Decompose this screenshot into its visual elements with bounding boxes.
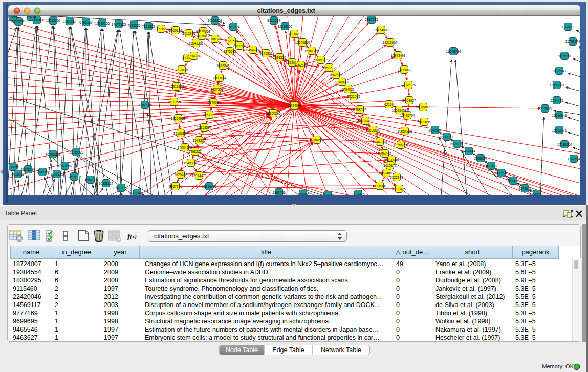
svg-text:15716485: 15716485: [202, 185, 217, 188]
svg-text:3827552: 3827552: [210, 87, 224, 91]
svg-text:13495794: 13495794: [400, 114, 415, 117]
svg-text:15692971: 15692971: [552, 128, 567, 132]
svg-text:9684067: 9684067: [378, 152, 391, 156]
svg-text:2718126: 2718126: [175, 68, 188, 72]
svg-text:1292346: 1292346: [321, 193, 334, 195]
svg-text:8471626: 8471626: [495, 171, 508, 175]
svg-text:1733426: 1733426: [352, 192, 365, 195]
svg-text:1558212: 1558212: [322, 66, 336, 70]
svg-text:8454749: 8454749: [246, 48, 259, 52]
svg-text:1615172: 1615172: [383, 164, 397, 167]
svg-text:1588520: 1588520: [273, 56, 286, 59]
svg-text:8938923: 8938923: [440, 135, 453, 139]
svg-text:19166827: 19166827: [173, 132, 188, 135]
svg-text:19756928: 19756928: [394, 143, 408, 147]
svg-text:2087682: 2087682: [365, 18, 378, 21]
svg-text:10033809: 10033809: [208, 19, 223, 23]
svg-text:7357224: 7357224: [227, 25, 240, 29]
svg-text:16914479: 16914479: [192, 174, 207, 178]
svg-text:11568297: 11568297: [21, 168, 36, 171]
svg-text:17016504: 17016504: [557, 143, 572, 146]
svg-text:19524851: 19524851: [379, 171, 394, 175]
svg-text:9699695: 9699695: [418, 120, 431, 124]
svg-text:7955812: 7955812: [314, 58, 328, 62]
svg-text:117008: 117008: [208, 101, 219, 104]
svg-text:6734021: 6734021: [341, 87, 355, 91]
svg-text:10975857: 10975857: [58, 164, 73, 168]
svg-text:3267110: 3267110: [203, 113, 216, 117]
svg-text:12923468: 12923468: [130, 191, 145, 195]
svg-text:18300295: 18300295: [266, 112, 281, 115]
svg-text:2867608: 2867608: [233, 44, 246, 48]
svg-text:9115460: 9115460: [417, 105, 430, 109]
svg-text:7515526: 7515526: [127, 24, 141, 27]
svg-text:62160: 62160: [384, 103, 394, 106]
svg-text:7485063: 7485063: [398, 68, 411, 72]
svg-text:10654112: 10654112: [506, 179, 521, 183]
svg-text:6466160: 6466160: [79, 20, 93, 24]
svg-text:1527602: 1527602: [63, 19, 76, 23]
svg-text:2522174: 2522174: [390, 176, 403, 179]
svg-text:14671355: 14671355: [112, 23, 126, 26]
svg-text:9327503: 9327503: [195, 34, 209, 38]
svg-text:1621072: 1621072: [347, 95, 360, 98]
svg-text:1892456: 1892456: [272, 191, 286, 194]
svg-text:3915911: 3915911: [12, 172, 25, 176]
svg-text:10958117: 10958117: [99, 182, 114, 185]
svg-text:3875685: 3875685: [223, 50, 236, 53]
svg-text:1135001: 1135001: [8, 165, 19, 169]
svg-text:1167534: 1167534: [568, 157, 580, 161]
svg-text:14136141: 14136141: [373, 184, 387, 188]
svg-text:16543382: 16543382: [189, 41, 204, 45]
svg-text:9245602: 9245602: [530, 192, 543, 195]
svg-text:16154808: 16154808: [374, 28, 389, 32]
svg-text:16961755: 16961755: [304, 49, 319, 53]
svg-text:3578332: 3578332: [192, 139, 206, 142]
svg-text:17957225: 17957225: [83, 178, 98, 182]
svg-text:9146821: 9146821: [259, 52, 273, 55]
svg-text:15720407: 15720407: [358, 119, 373, 123]
svg-text:16210643: 16210643: [552, 114, 567, 117]
svg-text:7163822: 7163822: [155, 27, 168, 31]
svg-text:5498222: 5498222: [188, 150, 202, 154]
svg-text:1640954: 1640954: [428, 128, 442, 132]
svg-text:1244415: 1244415: [550, 99, 563, 102]
svg-text:12093873: 12093873: [550, 83, 564, 87]
svg-text:1733426: 1733426: [393, 187, 406, 191]
svg-text:12213392: 12213392: [169, 85, 184, 89]
svg-text:16120746: 16120746: [384, 158, 399, 162]
svg-text:9240443: 9240443: [335, 80, 349, 84]
svg-text:12505135: 12505135: [67, 175, 82, 179]
svg-text:17004678: 17004678: [178, 146, 192, 149]
svg-text:7151552: 7151552: [142, 25, 155, 28]
svg-text:7625402: 7625402: [174, 173, 187, 177]
svg-text:9474444: 9474444: [462, 149, 475, 153]
svg-text:10719155: 10719155: [95, 21, 110, 25]
svg-text:8660124: 8660124: [169, 29, 182, 32]
svg-text:9242848: 9242848: [216, 64, 230, 68]
svg-text:9699605: 9699605: [296, 192, 310, 195]
svg-text:209114: 209114: [25, 16, 36, 19]
svg-text:10653267: 10653267: [46, 19, 61, 23]
svg-text:12375115: 12375115: [401, 83, 416, 87]
svg-text:16409948: 16409948: [184, 161, 199, 165]
svg-text:9329966: 9329966: [558, 54, 571, 58]
svg-text:19654985: 19654985: [171, 117, 186, 120]
svg-text:8813054: 8813054: [267, 19, 280, 23]
svg-text:15751074: 15751074: [565, 40, 580, 43]
svg-text:7632621: 7632621: [485, 164, 498, 168]
svg-text:12942757: 12942757: [35, 170, 50, 174]
svg-text:7386372: 7386372: [353, 108, 366, 112]
svg-text:18724007: 18724007: [287, 104, 302, 107]
svg-text:9657791: 9657791: [169, 185, 182, 188]
svg-text:12218506: 12218506: [278, 25, 293, 28]
svg-text:10654923: 10654923: [398, 129, 412, 133]
svg-text:8186328: 8186328: [208, 37, 222, 41]
svg-text:2803144: 2803144: [213, 76, 226, 80]
svg-text:110553: 110553: [8, 16, 18, 19]
svg-text:15640910: 15640910: [295, 41, 310, 45]
svg-text:1362615: 1362615: [294, 63, 308, 67]
svg-text:12213967: 12213967: [383, 41, 398, 45]
svg-text:17359928: 17359928: [69, 150, 84, 154]
svg-text:9227343: 9227343: [553, 69, 566, 73]
